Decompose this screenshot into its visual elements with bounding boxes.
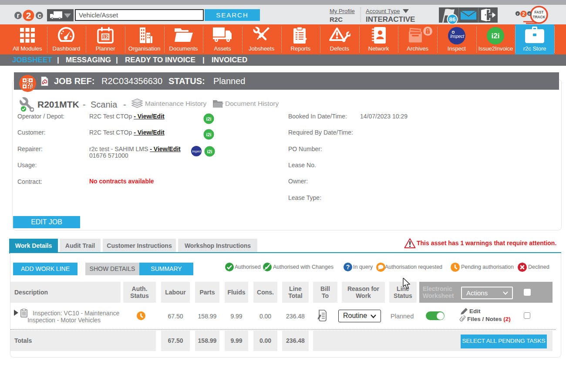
svg-text:i2i: i2i xyxy=(207,149,212,154)
svg-text:r: r xyxy=(17,12,19,19)
svg-text:c: c xyxy=(37,12,41,19)
svg-text:TRACK: TRACK xyxy=(533,15,546,19)
svg-text:86: 86 xyxy=(449,16,456,23)
svg-text:r: r xyxy=(517,12,518,16)
svg-text:i2i: i2i xyxy=(492,32,500,40)
svg-text:FAST: FAST xyxy=(535,10,544,14)
svg-text:12: 12 xyxy=(103,34,108,40)
svg-text:2: 2 xyxy=(522,11,525,17)
svg-text:Inspect: Inspect xyxy=(450,34,465,39)
svg-text:?: ? xyxy=(346,264,350,270)
svg-text:i2i: i2i xyxy=(206,132,212,137)
svg-text:i2i: i2i xyxy=(206,116,212,122)
svg-text:c: c xyxy=(529,12,531,16)
svg-text:Inspect: Inspect xyxy=(192,150,201,153)
svg-text:2: 2 xyxy=(26,10,31,20)
